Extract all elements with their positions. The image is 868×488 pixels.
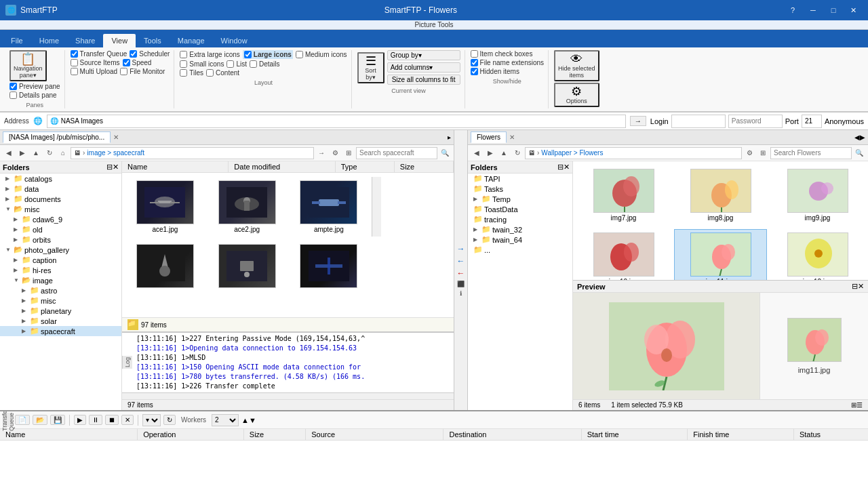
tq-col-destination[interactable]: Destination — [443, 429, 581, 440]
scheduler-check[interactable]: Scheduler — [130, 50, 170, 58]
tq-col-name[interactable]: Name — [0, 429, 138, 440]
tab-file[interactable]: File — [3, 34, 31, 47]
source-items-check[interactable]: Source Items — [71, 59, 120, 66]
left-search-input[interactable] — [356, 147, 437, 159]
file-name-ext-check[interactable]: File name extensions — [471, 59, 545, 66]
tq-queue-select[interactable]: ▾ — [142, 414, 161, 426]
folder-planetary[interactable]: ▶📁planetary — [0, 306, 121, 316]
sort-by-button[interactable]: ☰ Sortby▾ — [357, 52, 384, 83]
rfolder-tapi[interactable]: 📁TAPI — [468, 174, 572, 184]
file-ace1[interactable]: ace1.jpg — [126, 177, 204, 237]
close-button[interactable]: ✕ — [845, 3, 863, 17]
left-tab-item[interactable]: [NASA Images] /pub/misc/pho... — [3, 131, 111, 143]
medium-icons-check[interactable]: Medium icons — [296, 51, 347, 58]
folder-old[interactable]: ▶📁old — [0, 224, 121, 235]
tq-new-btn[interactable]: 📄 — [15, 415, 30, 425]
up-button[interactable]: ▲ — [30, 147, 42, 159]
log-scrollbar-h[interactable] — [122, 392, 454, 399]
tab-manage[interactable]: Manage — [170, 34, 213, 47]
file-img5[interactable] — [208, 241, 286, 293]
tq-save-btn[interactable]: 💾 — [50, 415, 65, 425]
transfer-info-btn[interactable]: ℹ — [460, 290, 462, 297]
transfer-right-button[interactable]: → — [457, 244, 465, 253]
rfolder-tracing[interactable]: 📁tracing — [468, 214, 572, 224]
tab-tools[interactable]: Tools — [136, 34, 170, 47]
folder-misc[interactable]: ▼📂misc — [0, 204, 121, 214]
col-date[interactable]: Date modified — [229, 161, 335, 172]
password-input[interactable] — [728, 115, 783, 128]
hidden-items-check[interactable]: Hidden items — [471, 68, 519, 75]
size-all-columns-btn[interactable]: Size all columns to fit — [387, 75, 460, 85]
rfolder-tasks[interactable]: 📁Tasks — [468, 184, 572, 194]
right-search-btn[interactable]: 🔍 — [853, 147, 865, 159]
folder-documents[interactable]: ▶📁documents — [0, 194, 121, 204]
folder-caption[interactable]: ▶📁caption — [0, 255, 121, 265]
tq-open-btn[interactable]: 📂 — [33, 415, 47, 425]
transfer-queue-btn[interactable]: ⬛ — [457, 281, 465, 287]
home-button[interactable]: ⌂ — [57, 147, 69, 159]
tq-col-status[interactable]: Status — [794, 429, 868, 440]
options-button[interactable]: ⚙ Options — [554, 83, 599, 107]
transfer-queue-check[interactable]: Transfer Queue — [71, 50, 127, 58]
content-check[interactable]: Content — [206, 69, 239, 77]
col-size[interactable]: Size — [395, 161, 454, 172]
right-file-img8[interactable]: img8.jpg — [674, 165, 767, 225]
tq-refresh-btn[interactable]: ↻ — [163, 415, 176, 425]
navigation-pane-button[interactable]: 📋 Navigationpane▾ — [9, 50, 47, 81]
item-check-boxes-check[interactable]: Item check boxes — [471, 50, 533, 58]
tq-play-btn[interactable]: ▶ — [74, 415, 86, 425]
right-tab-close[interactable]: ✕ — [509, 134, 515, 141]
speed-check[interactable]: Speed — [123, 59, 152, 66]
tab-view[interactable]: View — [103, 34, 136, 47]
left-panel-add-tab[interactable]: ▸ — [448, 134, 451, 141]
right-file-img9[interactable]: img9.jpg — [771, 165, 864, 225]
folder-photo-gallery[interactable]: ▼📂photo_gallery — [0, 245, 121, 255]
tq-delete-btn[interactable]: ✕ — [121, 415, 134, 425]
right-tab-item[interactable]: Flowers — [471, 131, 507, 143]
file-ace2[interactable]: ace2.jpg — [208, 177, 286, 237]
hide-selected-button[interactable]: 👁 Hide selecteditems — [554, 50, 599, 81]
right-file-img11[interactable]: img11.jpg — [674, 229, 767, 280]
port-input[interactable] — [802, 115, 822, 128]
right-panel-nav[interactable]: ◀▶ — [854, 134, 865, 141]
right-search-input[interactable] — [770, 147, 852, 159]
maximize-button[interactable]: □ — [825, 3, 842, 17]
forward-button[interactable]: ▶ — [16, 147, 28, 159]
col-name[interactable]: Name — [122, 161, 229, 172]
folder-catalogs[interactable]: ▶📁catalogs — [0, 174, 121, 184]
folder-astro[interactable]: ▶📁astro — [0, 285, 121, 296]
left-search-button[interactable]: 🔍 — [439, 147, 451, 159]
transfer-cancel-button[interactable]: ← — [457, 268, 465, 278]
small-icons-check[interactable]: Small icons — [180, 60, 224, 68]
list-check[interactable]: List — [226, 60, 247, 68]
tq-col-finish-time[interactable]: Finish time — [688, 429, 794, 440]
right-file-img10[interactable]: img10.jpg — [577, 229, 670, 280]
right-file-img7[interactable]: img7.jpg — [577, 165, 670, 225]
right-file-img12[interactable]: img12.jpg — [771, 229, 864, 280]
right-view-btn[interactable]: ⊞ — [757, 147, 769, 159]
refresh-button[interactable]: ↻ — [43, 147, 56, 159]
folder-data[interactable]: ▶📁data — [0, 184, 121, 194]
multi-upload-check[interactable]: Multi Upload — [71, 68, 118, 75]
transfer-left-button[interactable]: ← — [457, 256, 465, 266]
rfolder-toastdata[interactable]: 📁ToastData — [468, 204, 572, 214]
tab-home[interactable]: Home — [31, 34, 67, 47]
folder-solar[interactable]: ▶📁solar — [0, 316, 121, 326]
file-ampte[interactable]: ampte.jpg — [290, 177, 368, 237]
tq-col-start-time[interactable]: Start time — [582, 429, 688, 440]
tq-col-size[interactable]: Size — [244, 429, 306, 440]
right-forward-btn[interactable]: ▶ — [484, 147, 496, 159]
folder-orbits[interactable]: ▶📁orbits — [0, 235, 121, 245]
tab-window[interactable]: Window — [213, 34, 256, 47]
large-icons-check[interactable]: Large icons — [243, 50, 293, 59]
extra-large-check[interactable]: Extra large icons — [180, 51, 239, 58]
tiles-check[interactable]: Tiles — [180, 69, 203, 77]
minimize-button[interactable]: ─ — [804, 3, 822, 17]
rfolder-twain64[interactable]: ▶📁twain_64 — [468, 235, 572, 245]
file-img4[interactable] — [126, 241, 204, 293]
folder-image[interactable]: ▼📂image — [0, 275, 121, 285]
folder-cdaw6_9[interactable]: ▶📁cdaw6_9 — [0, 214, 121, 224]
rfolder-twain32[interactable]: ▶📁twain_32 — [468, 224, 572, 235]
folder-hi-res[interactable]: ▶📁hi-res — [0, 265, 121, 275]
right-settings-btn[interactable]: ⚙ — [743, 147, 755, 159]
